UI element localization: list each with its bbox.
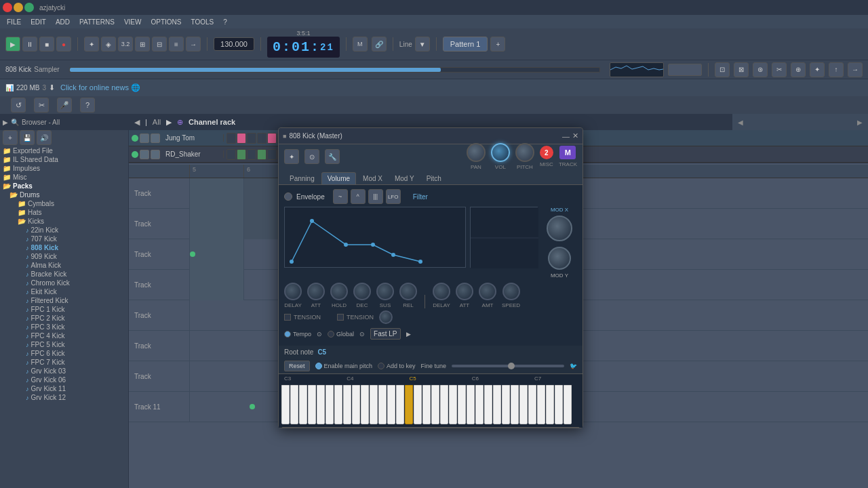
- tree-item-fpc4[interactable]: ♪ FPC 4 Kick: [0, 331, 128, 340]
- tension-check-1[interactable]: [284, 314, 291, 321]
- hold-knob[interactable]: [330, 283, 348, 300]
- tool-5[interactable]: ⊟: [152, 37, 167, 52]
- filter-arrow[interactable]: ▶: [406, 331, 411, 338]
- key-e4[interactable]: [361, 385, 369, 424]
- key-b3[interactable]: [334, 385, 342, 424]
- help-icon[interactable]: ?: [80, 98, 95, 113]
- tree-item-707[interactable]: ♪ 707 Kick: [0, 235, 128, 243]
- global-option[interactable]: Global: [328, 331, 354, 338]
- step-3[interactable]: [247, 133, 256, 144]
- nav-left-icon[interactable]: ◀: [134, 118, 140, 127]
- key-e6[interactable]: [484, 385, 492, 424]
- key-c3[interactable]: [281, 385, 290, 424]
- channel-btn[interactable]: [140, 134, 149, 143]
- mod-x-knob[interactable]: [547, 216, 572, 241]
- key-g6[interactable]: [502, 385, 510, 424]
- key-d7[interactable]: [537, 385, 545, 424]
- channel-btn-3[interactable]: [140, 150, 149, 159]
- mic-icon[interactable]: 🎤: [57, 98, 72, 113]
- tab-panning[interactable]: Panning: [284, 173, 320, 184]
- tool-h[interactable]: →: [848, 62, 863, 77]
- tool-c[interactable]: ⊛: [753, 62, 768, 77]
- key-d4[interactable]: [352, 385, 360, 424]
- menu-help[interactable]: ?: [219, 17, 231, 27]
- midi-tool[interactable]: M: [353, 37, 368, 52]
- key-d6[interactable]: [475, 385, 484, 424]
- pause-button[interactable]: ⏸: [22, 37, 37, 52]
- key-e5[interactable]: [422, 385, 431, 424]
- maximize-button[interactable]: [24, 3, 34, 12]
- tab-mody[interactable]: Mod Y: [389, 173, 420, 184]
- tool-4[interactable]: ⊞: [135, 37, 150, 52]
- stop-button[interactable]: ■: [39, 37, 54, 52]
- key-c4[interactable]: [343, 385, 351, 424]
- key-e7[interactable]: [546, 385, 554, 424]
- reset-button[interactable]: Reset: [284, 361, 310, 371]
- enable-pitch-radio[interactable]: [315, 363, 322, 369]
- tree-item-808[interactable]: ♪ 808 Kick: [0, 243, 128, 252]
- bpm-display[interactable]: 130.000: [214, 37, 254, 51]
- step-5[interactable]: [267, 133, 277, 144]
- tree-item-909[interactable]: ♪ 909 Kick: [0, 252, 128, 261]
- tree-item-drums[interactable]: 📂 Drums: [0, 190, 128, 199]
- menu-add[interactable]: ADD: [52, 17, 74, 27]
- menu-view[interactable]: VIEW: [120, 17, 146, 27]
- step-r1[interactable]: [226, 149, 236, 160]
- key-b5[interactable]: [458, 385, 466, 424]
- key-a5[interactable]: [449, 385, 457, 424]
- channel-name-rdshaker[interactable]: RD_Shaker: [163, 150, 224, 158]
- tree-item-fpc5[interactable]: ♪ FPC 5 Kick: [0, 340, 128, 349]
- key-a4[interactable]: [387, 385, 395, 424]
- tool-2[interactable]: ◈: [101, 37, 116, 52]
- volume-slider[interactable]: [69, 67, 600, 73]
- key-g4[interactable]: [378, 385, 387, 424]
- tree-item-cymbals[interactable]: 📁 Cymbals: [0, 199, 128, 208]
- mode-lfo[interactable]: LFO: [386, 189, 401, 204]
- step-r5[interactable]: [267, 149, 277, 160]
- nav-right-icon[interactable]: ▶: [166, 118, 172, 127]
- pitch-knob[interactable]: [515, 143, 534, 162]
- grid-cell[interactable]: [190, 239, 244, 270]
- grid-cell[interactable]: [190, 209, 244, 239]
- tab-volume[interactable]: Volume: [321, 172, 356, 184]
- grid-cell[interactable]: [190, 270, 244, 300]
- tree-item-filtered[interactable]: ♪ Filtered Kick: [0, 296, 128, 305]
- key-d3[interactable]: [290, 385, 298, 424]
- misc-badge[interactable]: 2: [540, 146, 553, 159]
- tempo-knob-icon[interactable]: ⊙: [317, 331, 322, 338]
- menu-tools[interactable]: TOOLS: [186, 17, 218, 27]
- plugin-tool-3[interactable]: 🔧: [325, 149, 340, 164]
- mode-bar[interactable]: |||: [368, 189, 383, 204]
- menu-patterns[interactable]: PATTERNS: [75, 17, 119, 27]
- expand-icon[interactable]: ▶: [3, 119, 8, 126]
- tree-item-hats[interactable]: 📁 Hats: [0, 208, 128, 217]
- speed-knob[interactable]: [502, 283, 520, 300]
- tree-item-shared[interactable]: 📁 IL Shared Data: [0, 155, 128, 164]
- vol-knob[interactable]: [491, 143, 510, 162]
- tree-item-fpc1[interactable]: ♪ FPC 1 Kick: [0, 305, 128, 314]
- search-icon[interactable]: 🔍: [11, 119, 19, 126]
- channel-name-jungtom[interactable]: Jung Tom: [163, 134, 224, 142]
- minimize-button[interactable]: [14, 3, 23, 12]
- add-key-radio[interactable]: [378, 363, 384, 369]
- window-controls[interactable]: [3, 3, 34, 12]
- tension-check-2[interactable]: [337, 314, 344, 321]
- key-f5[interactable]: [431, 385, 439, 424]
- online-news-link[interactable]: Click for online news 🌐: [60, 83, 140, 92]
- step-1[interactable]: [226, 133, 236, 144]
- lfo-canvas[interactable]: [470, 207, 538, 268]
- mode-wave[interactable]: ~: [333, 189, 348, 204]
- pan-knob[interactable]: [467, 143, 486, 162]
- key-a6[interactable]: [511, 385, 519, 424]
- plugin-close-button[interactable]: ✕: [572, 131, 578, 140]
- att-knob[interactable]: [307, 283, 325, 300]
- tree-item-exported[interactable]: 📁 Exported File: [0, 146, 128, 155]
- key-g3[interactable]: [317, 385, 325, 424]
- mode-sine[interactable]: ^: [351, 189, 366, 204]
- key-g7[interactable]: [564, 385, 572, 424]
- mod-y-knob[interactable]: [548, 247, 571, 270]
- plugin-tool-1[interactable]: ✦: [284, 149, 299, 164]
- global-knob-icon[interactable]: ⊙: [359, 331, 365, 338]
- tree-item-bracke[interactable]: ♪ Bracke Kick: [0, 270, 128, 279]
- delay-knob[interactable]: [284, 283, 302, 300]
